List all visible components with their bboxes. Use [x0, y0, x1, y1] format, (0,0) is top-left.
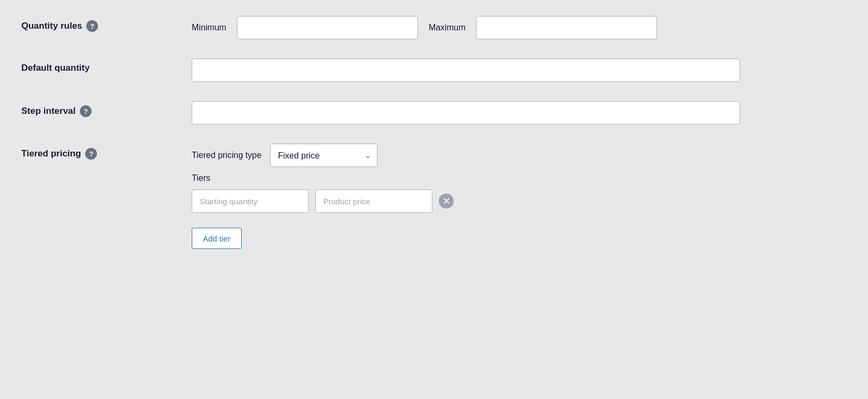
tiers-label: Tiers — [192, 173, 210, 182]
starting-quantity-input[interactable] — [192, 189, 309, 213]
minimum-label: Minimum — [192, 23, 226, 32]
tiered-pricing-type-row: Tiered pricing type Fixed price Percenta… — [192, 144, 847, 167]
default-quantity-text: Default quantity — [21, 63, 89, 73]
tiered-pricing-section: Tiered pricing ? Tiered pricing type Fix… — [21, 144, 847, 249]
step-interval-controls — [192, 101, 847, 124]
tiered-pricing-controls: Tiered pricing type Fixed price Percenta… — [192, 144, 847, 249]
step-interval-help-icon[interactable]: ? — [80, 105, 92, 117]
default-quantity-input[interactable] — [192, 59, 740, 82]
pricing-type-select-wrapper: Fixed price Percentage discount Fixed di… — [270, 144, 378, 167]
default-quantity-controls — [192, 59, 847, 82]
quantity-rules-text: Quantity rules — [21, 21, 82, 31]
quantity-rules-row: Minimum Maximum — [192, 16, 847, 39]
minimum-input[interactable] — [237, 16, 418, 39]
step-interval-label: Step interval ? — [21, 101, 192, 117]
tiered-pricing-type-label: Tiered pricing type — [192, 151, 261, 160]
quantity-rules-controls: Minimum Maximum — [192, 16, 847, 39]
default-quantity-section: Default quantity — [21, 59, 847, 82]
tiered-pricing-text: Tiered pricing — [21, 148, 81, 159]
quantity-rules-section: Quantity rules ? Minimum Maximum — [21, 16, 847, 39]
step-interval-section: Step interval ? — [21, 101, 847, 124]
maximum-label: Maximum — [429, 23, 465, 32]
pricing-type-select[interactable]: Fixed price Percentage discount Fixed di… — [270, 144, 378, 167]
quantity-rules-help-icon[interactable]: ? — [86, 20, 98, 32]
maximum-input[interactable] — [476, 16, 657, 39]
step-interval-input[interactable] — [192, 101, 740, 124]
default-quantity-label: Default quantity — [21, 59, 192, 73]
add-tier-button[interactable]: Add tier — [192, 228, 242, 249]
tiers-row: ✕ — [192, 189, 847, 213]
remove-tier-icon[interactable]: ✕ — [439, 194, 454, 209]
step-interval-text: Step interval — [21, 106, 76, 117]
quantity-rules-label: Quantity rules ? — [21, 16, 192, 32]
add-tier-container: Add tier — [192, 219, 847, 249]
tiered-pricing-label: Tiered pricing ? — [21, 144, 192, 160]
tiered-pricing-help-icon[interactable]: ? — [85, 148, 97, 160]
product-price-input[interactable] — [315, 189, 432, 213]
tiers-label-container: Tiers — [192, 173, 847, 183]
